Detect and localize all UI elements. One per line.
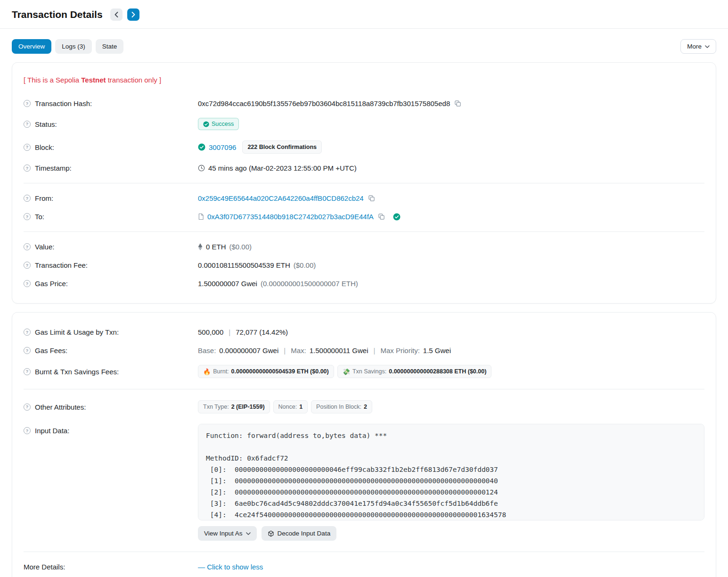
burnt-badge-value: 0.000000000000504539 ETH ($0.00) <box>231 368 329 375</box>
chevron-down-icon <box>246 532 251 535</box>
txn-type-value: 2 (EIP-1559) <box>231 404 265 410</box>
burnt-badge-label: Burnt: <box>213 368 229 375</box>
divider <box>24 183 704 183</box>
block-number-link[interactable]: 3007096 <box>209 143 236 151</box>
notice-highlight: Testnet <box>81 76 106 84</box>
help-icon[interactable]: ? <box>24 144 31 151</box>
base-fee-label: Base: <box>198 346 216 354</box>
copy-icon[interactable] <box>377 213 386 220</box>
transaction-hash-label: Transaction Hash: <box>35 99 92 107</box>
status-label: Status: <box>35 120 57 128</box>
details-card: ? Gas Limit & Usage by Txn: 500,000 | 72… <box>12 312 716 577</box>
chevron-down-icon <box>705 45 710 48</box>
help-icon[interactable]: ? <box>24 280 31 287</box>
help-icon[interactable]: ? <box>24 100 31 107</box>
from-address-link[interactable]: 0x259c49E65644a020C2A642260a4ffB0CD862cb… <box>198 194 364 202</box>
help-icon[interactable]: ? <box>24 243 31 250</box>
nonce-label: Nonce: <box>278 404 297 410</box>
row-burnt-fees: ? Burnt & Txn Savings Fees: 🔥 Burnt: 0.0… <box>24 360 704 383</box>
contract-file-icon <box>198 213 204 220</box>
eth-icon <box>198 243 203 250</box>
row-other-attributes: ? Other Attributes: Txn Type: 2 (EIP-155… <box>24 395 704 419</box>
testnet-notice: [ This is a Sepolia Testnet transaction … <box>24 73 704 94</box>
txn-savings-badge-label: Txn Savings: <box>352 368 386 375</box>
help-icon[interactable]: ? <box>24 427 31 434</box>
burnt-badge: 🔥 Burnt: 0.000000000000504539 ETH ($0.00… <box>198 365 334 378</box>
help-icon[interactable]: ? <box>24 404 31 411</box>
input-data-actions: View Input As Decode Input Data <box>198 526 704 541</box>
decode-input-data-label: Decode Input Data <box>278 530 331 537</box>
input-data-textarea[interactable]: Function: forward(address to,bytes data)… <box>198 424 704 520</box>
view-input-as-button[interactable]: View Input As <box>198 526 257 541</box>
nonce-value: 1 <box>299 404 303 410</box>
help-icon[interactable]: ? <box>24 195 31 202</box>
other-attributes-label: Other Attributes: <box>35 403 86 411</box>
burnt-fees-label: Burnt & Txn Savings Fees: <box>35 368 119 376</box>
chevron-left-icon <box>115 12 118 17</box>
block-label: Block: <box>35 143 54 151</box>
show-less-link[interactable]: — Click to show less <box>198 563 263 571</box>
row-from: ? From: 0x259c49E65644a020C2A642260a4ffB… <box>24 189 704 207</box>
more-button-label: More <box>687 43 702 50</box>
help-icon[interactable]: ? <box>24 329 31 336</box>
value-amount: 0 ETH <box>206 243 226 251</box>
help-icon[interactable]: ? <box>24 347 31 354</box>
row-transaction-hash: ? Transaction Hash: 0xc72d984ccac6190b5f… <box>24 94 704 113</box>
separator: | <box>227 328 232 336</box>
timestamp-label: Timestamp: <box>35 164 72 172</box>
tab-state[interactable]: State <box>96 39 124 54</box>
previous-transaction-button[interactable] <box>110 8 123 21</box>
txn-savings-badge-value: 0.000000000000288308 ETH ($0.00) <box>389 368 486 375</box>
row-transaction-fee: ? Transaction Fee: 0.000108115500504539 … <box>24 256 704 274</box>
gas-usage-value: 72,077 (14.42%) <box>236 328 288 336</box>
gas-price-alt: (0.000000001500000007 ETH) <box>261 280 358 288</box>
max-fee-value: 1.500000011 Gwei <box>310 346 368 354</box>
status-badge: Success <box>198 118 239 130</box>
gas-price-amount: 1.500000007 Gwei <box>198 280 257 288</box>
row-gas-fees: ? Gas Fees: Base: 0.000000007 Gwei | Max… <box>24 341 704 360</box>
txn-type-label: Txn Type: <box>203 404 229 410</box>
copy-icon[interactable] <box>367 195 376 202</box>
separator: | <box>282 346 287 354</box>
decode-input-data-button[interactable]: Decode Input Data <box>262 526 337 541</box>
row-value: ? Value: 0 ETH ($0.00) <box>24 238 704 256</box>
position-in-block-label: Position In Block: <box>316 404 361 410</box>
transaction-fee-label: Transaction Fee: <box>35 261 88 269</box>
transaction-fee-amount: 0.000108115500504539 ETH <box>198 261 290 269</box>
value-label: Value: <box>35 243 54 251</box>
check-circle-icon <box>203 121 209 127</box>
row-more-details: More Details: — Click to show less <box>24 558 704 576</box>
base-fee-value: 0.000000007 Gwei <box>219 346 278 354</box>
help-icon[interactable]: ? <box>24 121 31 128</box>
row-to: ? To: 0xA3f07D6773514480b918C2742b027b3a… <box>24 207 704 226</box>
help-icon[interactable]: ? <box>24 213 31 220</box>
overview-card: [ This is a Sepolia Testnet transaction … <box>12 62 716 304</box>
row-gas-price: ? Gas Price: 1.500000007 Gwei (0.0000000… <box>24 274 704 293</box>
help-icon[interactable]: ? <box>24 368 31 375</box>
verified-check-icon <box>393 213 401 221</box>
help-icon[interactable]: ? <box>24 262 31 269</box>
next-transaction-button[interactable] <box>127 8 139 21</box>
separator: | <box>372 346 377 354</box>
tabs-bar: Overview Logs (3) State More <box>0 29 728 62</box>
help-icon[interactable]: ? <box>24 165 31 172</box>
max-priority-label: Max Priority: <box>380 346 419 354</box>
transaction-fee-usd: ($0.00) <box>294 261 316 269</box>
page-title: Transaction Details <box>12 9 103 20</box>
tab-logs[interactable]: Logs (3) <box>55 39 92 54</box>
gas-limit-label: Gas Limit & Usage by Txn: <box>35 328 119 336</box>
from-label: From: <box>35 194 53 202</box>
copy-icon[interactable] <box>453 100 462 107</box>
timestamp-value: 45 mins ago (Mar-02-2023 12:55:00 PM +UT… <box>208 164 357 172</box>
more-button[interactable]: More <box>680 39 716 54</box>
page-header: Transaction Details <box>0 0 728 29</box>
notice-prefix: [ This is a Sepolia <box>24 76 81 84</box>
divider <box>24 389 704 389</box>
tab-overview[interactable]: Overview <box>12 39 51 54</box>
money-wings-icon: 💸 <box>343 369 350 375</box>
gas-fees-label: Gas Fees: <box>35 346 67 354</box>
max-priority-value: 1.5 Gwei <box>423 346 451 354</box>
row-block: ? Block: 3007096 222 Block Confirmations <box>24 135 704 159</box>
to-address-link[interactable]: 0xA3f07D6773514480b918C2742b027b3acD9E44… <box>207 213 374 221</box>
txn-savings-badge: 💸 Txn Savings: 0.000000000000288308 ETH … <box>337 365 492 378</box>
